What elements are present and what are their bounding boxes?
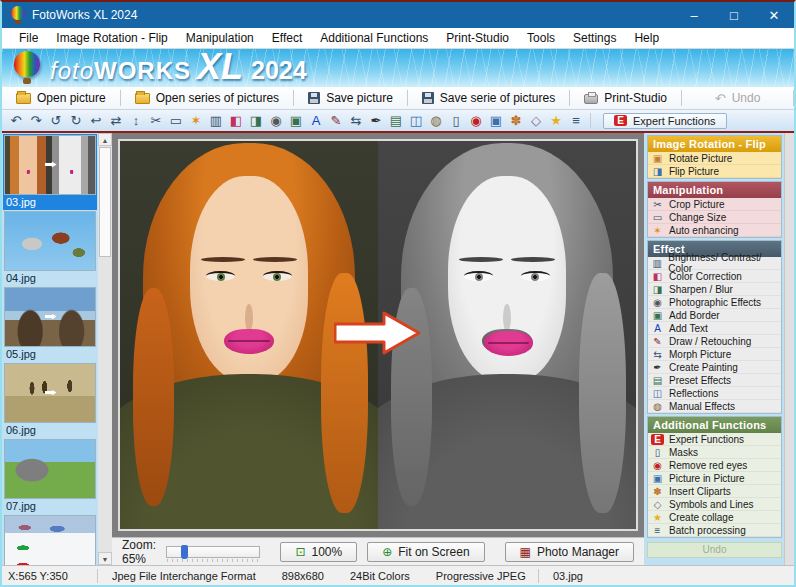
section-additional-functions: Additional Functions E Expert Functions …: [647, 416, 782, 538]
undo-button[interactable]: Undo: [647, 542, 782, 558]
panel-item[interactable]: ✒ Create Painting: [648, 361, 781, 374]
thumb-text: [4, 515, 96, 565]
panel-item[interactable]: ▯ Masks: [648, 446, 781, 459]
zoom-slider-thumb[interactable]: [181, 545, 188, 559]
photo-manager-button[interactable]: ▦ Photo Manager: [505, 542, 634, 562]
panel-item[interactable]: ▣ Picture in Picture: [648, 472, 781, 485]
change-size-icon[interactable]: ▭: [166, 110, 186, 131]
list-item[interactable]: 03.jpg: [3, 134, 97, 210]
list-item[interactable]: 07.jpg: [3, 438, 97, 514]
toolbar-button[interactable]: Open series of pictures: [121, 87, 293, 109]
expert-functions-button[interactable]: E Expert Functions: [603, 113, 727, 129]
panel-item-label: Create collage: [669, 512, 733, 523]
panel-item[interactable]: ▣ Add Border: [648, 309, 781, 322]
scroll-down-icon[interactable]: ▼: [98, 552, 112, 565]
create-collage-icon[interactable]: ★: [546, 110, 566, 131]
menu-item[interactable]: Print-Studio: [437, 29, 518, 47]
panel-item[interactable]: ▤ Preset Effects: [648, 374, 781, 387]
photographic-effects-icon[interactable]: ◉: [266, 110, 286, 131]
toolbar-button[interactable]: Save serie of pictures: [408, 87, 569, 109]
list-item[interactable]: 04.jpg: [3, 210, 97, 286]
list-item[interactable]: 08.jpg: [3, 514, 97, 565]
menu-item[interactable]: Help: [625, 29, 668, 47]
list-item[interactable]: 05.jpg: [3, 286, 97, 362]
thumbnail-list: 03.jpg 04.jpg 05.jpg 06.jpg: [2, 133, 98, 565]
panel-item[interactable]: E Expert Functions: [648, 433, 781, 446]
panel-item[interactable]: ✽ Insert Cliparts: [648, 485, 781, 498]
panel-scrollbar[interactable]: [784, 133, 794, 565]
scrollbar-thumb[interactable]: [99, 147, 111, 257]
menu-item[interactable]: Settings: [564, 29, 625, 47]
draw-retouching-icon[interactable]: ✎: [326, 110, 346, 131]
panel-item[interactable]: A Add Text: [648, 322, 781, 335]
panel-item[interactable]: ◨ Sharpen / Blur: [648, 283, 781, 296]
minimize-button[interactable]: –: [674, 2, 714, 28]
scroll-up-icon[interactable]: ▲: [98, 133, 112, 146]
panel-item[interactable]: ✶ Auto enhancing: [648, 224, 781, 237]
panel-item-label: Add Text: [669, 323, 708, 334]
app-logo-icon: [10, 6, 26, 24]
panel-item[interactable]: ◉ Photographic Effects: [648, 296, 781, 309]
preset-effects-icon[interactable]: ▤: [386, 110, 406, 131]
insert-cliparts-icon[interactable]: ✽: [506, 110, 526, 131]
remove-red-eyes-icon[interactable]: ◉: [466, 110, 486, 131]
sidebar-scrollbar[interactable]: ▲ ▼: [98, 133, 112, 565]
brightness-contrast-icon[interactable]: ▥: [206, 110, 226, 131]
close-button[interactable]: ✕: [754, 2, 794, 28]
manual-effects-icon[interactable]: ◍: [426, 110, 446, 131]
menu-item[interactable]: Additional Functions: [311, 29, 437, 47]
panel-item[interactable]: ★ Create collage: [648, 511, 781, 524]
content-area: 03.jpg 04.jpg 05.jpg 06.jpg: [2, 133, 794, 565]
rotate-180-icon[interactable]: ↩: [86, 110, 106, 131]
title-bar: FotoWorks XL 2024 – □ ✕: [2, 2, 794, 28]
toolbar-button[interactable]: Save picture: [294, 87, 407, 109]
auto-enhance-icon[interactable]: ✶: [186, 110, 206, 131]
menu-item[interactable]: Manipulation: [177, 29, 263, 47]
list-item[interactable]: 06.jpg: [3, 362, 97, 438]
menu-item[interactable]: Tools: [518, 29, 564, 47]
color-correction-icon[interactable]: ◧: [226, 110, 246, 131]
add-text-icon[interactable]: A: [306, 110, 326, 131]
toolbar-button[interactable]: Print-Studio: [570, 87, 681, 109]
masks-icon[interactable]: ▯: [446, 110, 466, 131]
menu-item[interactable]: File: [10, 29, 47, 47]
create-painting-icon[interactable]: ✒: [366, 110, 386, 131]
menu-item[interactable]: Image Rotation - Flip: [47, 29, 176, 47]
image-canvas[interactable]: [112, 133, 644, 537]
rotate-ccw-icon[interactable]: ↺: [46, 110, 66, 131]
panel-item[interactable]: ◍ Manual Effects: [648, 400, 781, 413]
toolbar-button[interactable]: Open picture: [2, 87, 120, 109]
panel-item[interactable]: ✂ Crop Picture: [648, 198, 781, 211]
rotate-page-right-icon[interactable]: ↷: [26, 110, 46, 131]
free-rotate-icon[interactable]: ↕: [126, 110, 146, 131]
zoom-slider[interactable]: [166, 546, 260, 558]
toolbar-button[interactable]: Undo: [682, 87, 793, 109]
panel-item[interactable]: ◨ Flip Picture: [648, 165, 781, 178]
panel-item[interactable]: ◉ Remove red eyes: [648, 459, 781, 472]
section-manipulation: Manipulation ✂ Crop Picture ▭ Change Siz…: [647, 181, 782, 238]
symbols-lines-icon[interactable]: ◇: [526, 110, 546, 131]
panel-item[interactable]: ▭ Change Size: [648, 211, 781, 224]
panel-item[interactable]: ◇ Symbols and Lines: [648, 498, 781, 511]
rotate-cw-icon[interactable]: ↻: [66, 110, 86, 131]
panel-item[interactable]: ▥ Brightness/ Contrast/ Color: [648, 257, 781, 270]
picture-in-picture-icon[interactable]: ▣: [486, 110, 506, 131]
zoom-100-button[interactable]: ⊡ 100%: [280, 542, 357, 562]
panel-item[interactable]: ✎ Draw / Retouching: [648, 335, 781, 348]
batch-processing-icon[interactable]: ≡: [566, 110, 586, 131]
flip-picture-icon[interactable]: ⇄: [106, 110, 126, 131]
add-border-icon[interactable]: ▣: [286, 110, 306, 131]
panel-item[interactable]: ≡ Batch processing: [648, 524, 781, 537]
crop-picture-icon[interactable]: ✂: [146, 110, 166, 131]
menu-item[interactable]: Effect: [263, 29, 311, 47]
sharpen-blur-icon[interactable]: ◨: [246, 110, 266, 131]
fit-on-screen-button[interactable]: ⊕ Fit on Screen: [367, 542, 484, 562]
rotate-page-left-icon[interactable]: ↶: [6, 110, 26, 131]
panel-item[interactable]: ⇆ Morph Picture: [648, 348, 781, 361]
morph-picture-icon[interactable]: ⇆: [346, 110, 366, 131]
maximize-button[interactable]: □: [714, 2, 754, 28]
panel-item[interactable]: ▣ Rotate Picture: [648, 152, 781, 165]
reflections-icon[interactable]: ◫: [406, 110, 426, 131]
panel-item[interactable]: ◫ Reflections: [648, 387, 781, 400]
remove-red-eyes-icon: ◉: [651, 460, 664, 471]
